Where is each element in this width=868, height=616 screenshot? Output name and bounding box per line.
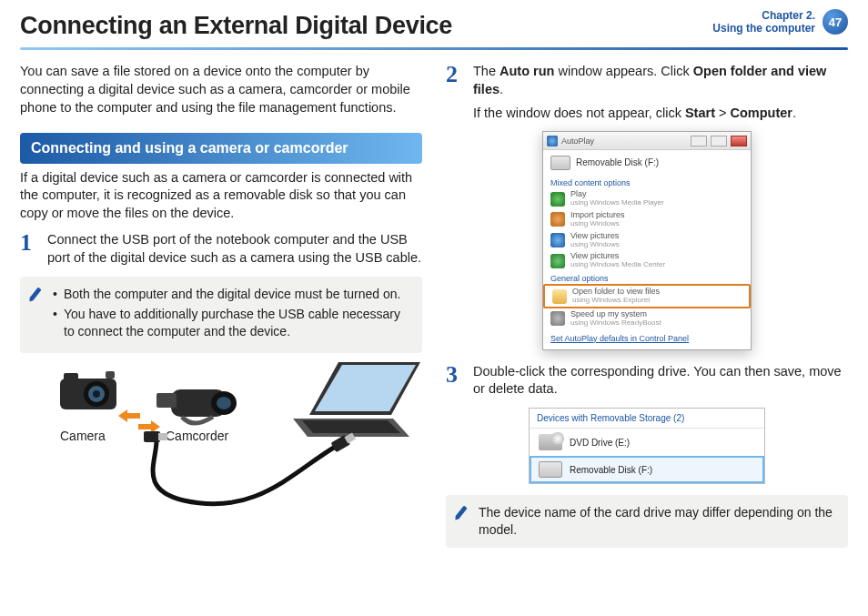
note-box: Both the computer and the digital device… [20, 277, 422, 354]
option-subtitle: using Windows Explorer [572, 297, 660, 305]
usb-cable-icon [20, 362, 420, 517]
drive-label: DVD Drive (E:) [570, 437, 630, 449]
removable-disk-icon [539, 461, 562, 478]
autoplay-option-import[interactable]: Import picturesusing Windows [543, 209, 751, 230]
step-number: 2 [446, 63, 464, 122]
autoplay-option-open-folder[interactable]: Open folder to view filesusing Windows E… [543, 284, 751, 308]
step-number: 1 [20, 231, 38, 267]
option-subtitle: using Windows [570, 220, 625, 228]
removable-storage-panel: Devices with Removable Storage (2) DVD D… [529, 408, 765, 485]
step-1: 1 Connect the USB port of the notebook c… [20, 231, 422, 267]
note-item: Both the computer and the digital device… [53, 286, 411, 303]
autoplay-option-view-mc[interactable]: View picturesusing Windows Media Center [543, 250, 751, 271]
text: . [500, 82, 503, 96]
svg-rect-17 [158, 433, 167, 440]
dvd-drive-icon [539, 434, 562, 450]
connection-illustration: Camera Camcorder [20, 362, 422, 517]
autoplay-icon [547, 136, 558, 146]
chapter-subtitle: Using the computer [712, 22, 815, 35]
drive-row-removable[interactable]: Removable Disk (F:) [530, 456, 764, 483]
text: > [715, 106, 731, 120]
text: . [792, 106, 796, 120]
step-body: Double-click the corresponding drive. Yo… [473, 363, 848, 399]
window-title: AutoPlay [561, 136, 594, 146]
page-number-badge: 47 [823, 9, 848, 35]
option-subtitle: using Windows Media Player [570, 199, 664, 207]
text: window appears. Click [554, 64, 692, 78]
play-icon [550, 192, 565, 207]
step-body: The Auto run window appears. Click Open … [473, 63, 848, 122]
autoplay-drive-header: Removable Disk (F:) [543, 150, 751, 176]
drive-label: Removable Disk (F:) [576, 157, 659, 169]
option-subtitle: using Windows ReadyBoost [570, 319, 661, 328]
note-item: You have to additionally purchase the US… [53, 306, 411, 340]
option-subtitle: using Windows [570, 241, 620, 249]
readyboost-icon [550, 311, 565, 326]
drive-row-dvd[interactable]: DVD Drive (E:) [530, 429, 764, 456]
note-icon [27, 286, 45, 304]
page-title: Connecting an External Digital Device [20, 9, 452, 42]
import-icon [550, 212, 565, 227]
autoplay-option-play[interactable]: Playusing Windows Media Player [543, 188, 751, 209]
removable-disk-icon [550, 156, 570, 170]
option-subtitle: using Windows Media Center [570, 261, 665, 269]
storage-header: Devices with Removable Storage (2) [530, 409, 764, 429]
step-3: 3 Double-click the corresponding drive. … [446, 363, 848, 399]
note-box: The device name of the card drive may di… [446, 495, 848, 548]
bold-text: Computer [731, 106, 792, 120]
step-number: 3 [446, 363, 464, 399]
maximize-button[interactable] [711, 136, 727, 146]
bold-text: Start [685, 106, 715, 120]
minimize-button[interactable] [691, 136, 707, 146]
close-button[interactable] [731, 136, 747, 146]
intro-text: You can save a file stored on a device o… [20, 63, 422, 116]
chapter-info: Chapter 2. Using the computer 47 [712, 9, 848, 35]
left-column: You can save a file stored on a device o… [20, 63, 422, 548]
section-intro: If a digital device such as a camera or … [20, 169, 422, 223]
svg-rect-16 [144, 431, 160, 442]
group-label: General options [543, 271, 751, 284]
step-body: Connect the USB port of the notebook com… [47, 231, 422, 267]
page-header: Connecting an External Digital Device Ch… [0, 0, 868, 45]
section-heading: Connecting and using a camera or camcord… [20, 133, 422, 164]
bold-text: Auto run [500, 64, 554, 78]
window-titlebar: AutoPlay [543, 132, 751, 150]
step-2: 2 The Auto run window appears. Click Ope… [446, 63, 848, 122]
text: The [473, 64, 500, 78]
note-icon [453, 504, 471, 522]
note-text: The device name of the card drive may di… [479, 505, 833, 537]
drive-label: Removable Disk (F:) [570, 464, 652, 477]
autoplay-window: AutoPlay Removable Disk (F:) Mixed conte… [542, 131, 752, 350]
autoplay-defaults-link[interactable]: Set AutoPlay defaults in Control Panel [543, 329, 751, 349]
view-icon [550, 233, 565, 247]
media-center-icon [550, 254, 565, 268]
chapter-number: Chapter 2. [712, 9, 815, 22]
folder-icon [552, 289, 567, 304]
right-column: 2 The Auto run window appears. Click Ope… [446, 63, 848, 548]
autoplay-option-view[interactable]: View picturesusing Windows [543, 230, 751, 251]
text: If the window does not appear, click [473, 106, 685, 120]
autoplay-option-speedup[interactable]: Speed up my systemusing Windows ReadyBoo… [543, 308, 751, 329]
group-label: Mixed content options [543, 176, 751, 188]
